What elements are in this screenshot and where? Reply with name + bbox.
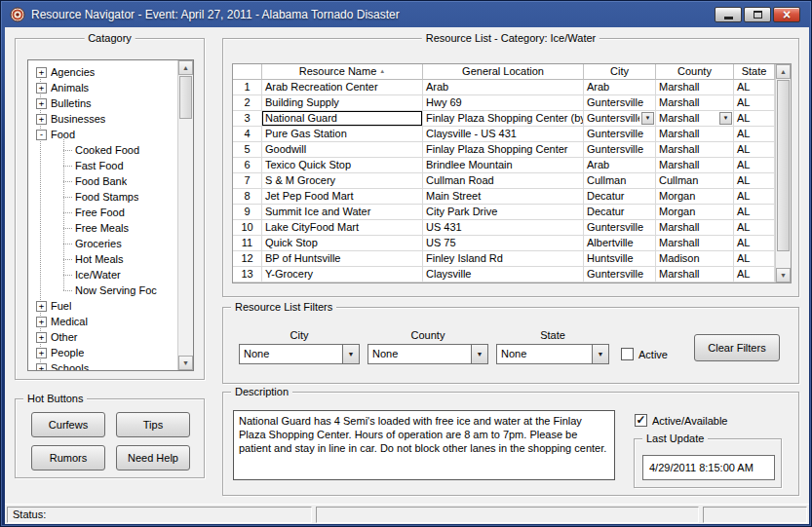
cell-city[interactable]: Guntersville [584,95,656,111]
dropdown-arrow-icon[interactable]: ▼ [592,345,608,363]
cell-county[interactable]: Marshall [656,158,734,173]
cell-county[interactable]: Marshall [656,142,734,158]
cell-state[interactable]: AL [734,127,775,142]
county-filter-dropdown[interactable]: None ▼ [367,344,488,364]
cell-county[interactable]: Marshall [656,80,734,95]
cell-county[interactable]: Marshall [656,236,734,251]
header-general-location[interactable]: General Location [423,64,584,80]
description-textbox[interactable]: National Guard has 4 Semi's loaded with … [233,410,615,480]
cell-resource-name[interactable]: Texico Quick Stop [262,158,423,173]
cell-general-location[interactable]: Hwy 69 [423,95,584,111]
tree-item-food[interactable]: -Food [28,127,177,142]
cell-city[interactable]: Decatur [584,205,656,220]
cell-state[interactable]: AL [734,251,775,267]
cell-resource-name[interactable]: Goodwill [262,142,423,158]
table-row[interactable]: 13 Y-Grocery Claysville Guntersville Mar… [233,267,791,282]
tree-scrollbar-thumb[interactable] [179,76,192,119]
title-bar[interactable]: Resource Navigator - Event: April 27, 20… [1,1,811,27]
rumors-button[interactable]: Rumors [31,445,105,471]
minimize-button[interactable] [715,7,742,22]
tree-item-animals[interactable]: +Animals [28,80,177,95]
expand-icon[interactable]: + [36,98,47,109]
cell-general-location[interactable]: Claysville - US 431 [423,127,584,142]
tree-item-people[interactable]: +People [28,345,177,360]
tree-item-schools[interactable]: +Schools [28,360,177,370]
need-help-button[interactable]: Need Help [116,445,190,471]
cell-resource-name[interactable]: BP of Huntsville [262,251,423,267]
cell-resource-name[interactable]: Quick Stop [262,236,423,251]
state-filter-dropdown[interactable]: None ▼ [496,344,609,364]
cell-county[interactable]: Marshall [656,95,734,111]
cell-general-location[interactable]: Finlay Plaza Shopping Center (by [423,111,584,127]
tree-item-now-serving-food[interactable]: Now Serving Foc [28,282,177,298]
table-row[interactable]: 5 Goodwill Finlay Plaza Shopping Center … [233,142,791,158]
cell-resource-name[interactable]: Pure Gas Station [262,127,423,142]
scroll-down-icon[interactable]: ▼ [178,356,193,370]
cell-state[interactable]: AL [734,189,775,205]
clear-filters-button[interactable]: Clear Filters [694,334,780,361]
tree-scrollbar[interactable]: ▲ ▼ [177,60,193,370]
tree-item-agencies[interactable]: +Agencies [28,64,177,80]
tree-item-fuel[interactable]: +Fuel [28,298,177,314]
cell-resource-name[interactable]: Summit Ice and Water [262,205,423,220]
table-row[interactable]: 8 Jet Pep Food Mart Main Street Decatur … [233,189,791,205]
cell-city[interactable]: Guntersville [584,220,656,236]
cell-county[interactable]: Marshall [656,127,734,142]
cell-general-location[interactable]: US 75 [423,236,584,251]
cell-resource-name[interactable]: S & M Grocery [262,173,423,189]
table-row[interactable]: 11 Quick Stop US 75 Albertville Marshall… [233,236,791,251]
cell-city-combo[interactable]: Guntersville▼ [584,111,656,127]
expand-icon[interactable]: + [36,301,47,312]
cell-general-location[interactable]: Finlay Plaza Shopping Center [423,142,584,158]
cell-general-location[interactable]: Claysville [423,267,584,282]
header-city[interactable]: City [584,64,656,80]
cell-state[interactable]: AL [734,205,775,220]
curfews-button[interactable]: Curfews [31,412,105,437]
active-filter-checkbox[interactable] [621,348,634,360]
tree-item-free-food[interactable]: Free Food [28,205,177,220]
cell-state[interactable]: AL [734,158,775,173]
table-row[interactable]: 6 Texico Quick Stop Brindlee Mountain Ar… [233,158,791,173]
expand-icon[interactable]: + [36,363,47,371]
maximize-button[interactable] [744,7,771,22]
cell-general-location[interactable]: Finley Island Rd [423,251,584,267]
tree-item-cooked-food[interactable]: Cooked Food [28,142,177,158]
cell-county[interactable]: Cullman [656,173,734,189]
cell-county[interactable]: Marshall [656,267,734,282]
cell-city[interactable]: Guntersville [584,267,656,282]
dropdown-arrow-icon[interactable]: ▼ [471,345,487,363]
tree-item-fast-food[interactable]: Fast Food [28,158,177,173]
cell-general-location[interactable]: Brindlee Mountain [423,158,584,173]
header-resource-name[interactable]: Resource Name▲ [262,64,423,80]
city-filter-dropdown[interactable]: None ▼ [239,344,360,364]
table-row[interactable]: 9 Summit Ice and Water City Park Drive D… [233,205,791,220]
cell-city[interactable]: Huntsville [584,251,656,267]
scroll-up-icon[interactable]: ▲ [178,60,193,75]
cell-county[interactable]: Madison [656,251,734,267]
city-dropdown-icon[interactable]: ▼ [641,112,654,125]
cell-general-location[interactable]: City Park Drive [423,205,584,220]
cell-general-location[interactable]: Arab [423,80,584,95]
table-row[interactable]: 4 Pure Gas Station Claysville - US 431 G… [233,127,791,142]
table-scrollbar-thumb[interactable] [777,80,790,251]
tree-item-groceries[interactable]: Groceries [28,236,177,251]
cell-state[interactable]: AL [734,80,775,95]
tree-item-food-stamps[interactable]: Food Stamps [28,189,177,205]
county-dropdown-icon[interactable]: ▼ [719,112,732,125]
table-row[interactable]: 1 Arab Recreation Center Arab Arab Marsh… [233,80,791,95]
active-available-checkbox[interactable]: ✓ [635,414,647,427]
header-state[interactable]: State [734,64,775,80]
cell-state[interactable]: AL [734,111,775,127]
header-county[interactable]: County [656,64,734,80]
cell-county[interactable]: Morgan [656,189,734,205]
table-row-selected[interactable]: 3 National Guard Finlay Plaza Shopping C… [233,111,791,127]
cell-state[interactable]: AL [734,220,775,236]
cell-state[interactable]: AL [734,95,775,111]
expand-icon[interactable]: + [36,332,47,343]
close-button[interactable]: × [773,7,800,22]
cell-city[interactable]: Arab [584,80,656,95]
expand-icon[interactable]: + [36,348,47,358]
cell-state[interactable]: AL [734,267,775,282]
collapse-icon[interactable]: - [36,130,47,140]
tree-item-hot-meals[interactable]: Hot Meals [28,251,177,267]
